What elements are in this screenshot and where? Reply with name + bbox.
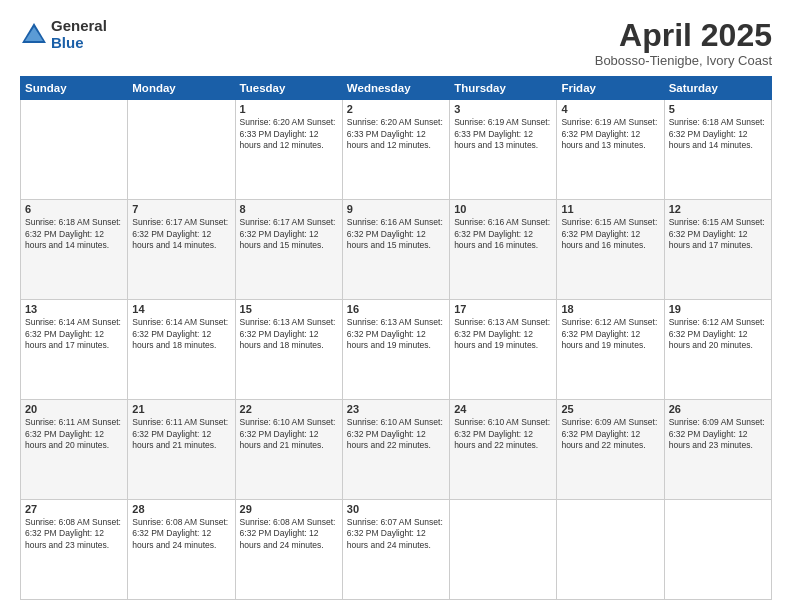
logo-general: General	[51, 18, 107, 35]
table-row: 7Sunrise: 6:17 AM Sunset: 6:32 PM Daylig…	[128, 200, 235, 300]
table-row: 27Sunrise: 6:08 AM Sunset: 6:32 PM Dayli…	[21, 500, 128, 600]
table-row: 14Sunrise: 6:14 AM Sunset: 6:32 PM Dayli…	[128, 300, 235, 400]
day-info: Sunrise: 6:17 AM Sunset: 6:32 PM Dayligh…	[132, 217, 230, 251]
table-row: 11Sunrise: 6:15 AM Sunset: 6:32 PM Dayli…	[557, 200, 664, 300]
table-row	[450, 500, 557, 600]
calendar-table: Sunday Monday Tuesday Wednesday Thursday…	[20, 76, 772, 600]
table-row: 4Sunrise: 6:19 AM Sunset: 6:32 PM Daylig…	[557, 100, 664, 200]
table-row: 10Sunrise: 6:16 AM Sunset: 6:32 PM Dayli…	[450, 200, 557, 300]
day-number: 4	[561, 103, 659, 115]
col-sunday: Sunday	[21, 77, 128, 100]
table-row: 30Sunrise: 6:07 AM Sunset: 6:32 PM Dayli…	[342, 500, 449, 600]
table-row: 23Sunrise: 6:10 AM Sunset: 6:32 PM Dayli…	[342, 400, 449, 500]
day-number: 1	[240, 103, 338, 115]
day-info: Sunrise: 6:19 AM Sunset: 6:32 PM Dayligh…	[561, 117, 659, 151]
day-number: 16	[347, 303, 445, 315]
day-number: 17	[454, 303, 552, 315]
day-number: 14	[132, 303, 230, 315]
day-info: Sunrise: 6:08 AM Sunset: 6:32 PM Dayligh…	[132, 517, 230, 551]
day-info: Sunrise: 6:15 AM Sunset: 6:32 PM Dayligh…	[561, 217, 659, 251]
day-info: Sunrise: 6:10 AM Sunset: 6:32 PM Dayligh…	[454, 417, 552, 451]
day-info: Sunrise: 6:15 AM Sunset: 6:32 PM Dayligh…	[669, 217, 767, 251]
page: General Blue April 2025 Bobosso-Tienigbe…	[0, 0, 792, 612]
day-info: Sunrise: 6:14 AM Sunset: 6:32 PM Dayligh…	[25, 317, 123, 351]
day-info: Sunrise: 6:13 AM Sunset: 6:32 PM Dayligh…	[454, 317, 552, 351]
day-info: Sunrise: 6:20 AM Sunset: 6:33 PM Dayligh…	[240, 117, 338, 151]
day-info: Sunrise: 6:13 AM Sunset: 6:32 PM Dayligh…	[347, 317, 445, 351]
day-info: Sunrise: 6:14 AM Sunset: 6:32 PM Dayligh…	[132, 317, 230, 351]
day-number: 12	[669, 203, 767, 215]
day-number: 22	[240, 403, 338, 415]
day-number: 15	[240, 303, 338, 315]
day-number: 28	[132, 503, 230, 515]
table-row: 21Sunrise: 6:11 AM Sunset: 6:32 PM Dayli…	[128, 400, 235, 500]
logo-blue: Blue	[51, 35, 107, 52]
day-number: 30	[347, 503, 445, 515]
day-number: 9	[347, 203, 445, 215]
table-row: 25Sunrise: 6:09 AM Sunset: 6:32 PM Dayli…	[557, 400, 664, 500]
day-number: 10	[454, 203, 552, 215]
col-wednesday: Wednesday	[342, 77, 449, 100]
day-number: 29	[240, 503, 338, 515]
day-info: Sunrise: 6:08 AM Sunset: 6:32 PM Dayligh…	[25, 517, 123, 551]
day-number: 11	[561, 203, 659, 215]
table-row: 6Sunrise: 6:18 AM Sunset: 6:32 PM Daylig…	[21, 200, 128, 300]
day-number: 24	[454, 403, 552, 415]
day-info: Sunrise: 6:07 AM Sunset: 6:32 PM Dayligh…	[347, 517, 445, 551]
month-title: April 2025	[595, 18, 772, 53]
day-number: 8	[240, 203, 338, 215]
day-number: 18	[561, 303, 659, 315]
day-info: Sunrise: 6:12 AM Sunset: 6:32 PM Dayligh…	[561, 317, 659, 351]
calendar-week-0: 1Sunrise: 6:20 AM Sunset: 6:33 PM Daylig…	[21, 100, 772, 200]
day-number: 7	[132, 203, 230, 215]
table-row: 22Sunrise: 6:10 AM Sunset: 6:32 PM Dayli…	[235, 400, 342, 500]
calendar-header-row: Sunday Monday Tuesday Wednesday Thursday…	[21, 77, 772, 100]
table-row	[21, 100, 128, 200]
day-info: Sunrise: 6:17 AM Sunset: 6:32 PM Dayligh…	[240, 217, 338, 251]
table-row	[664, 500, 771, 600]
day-number: 27	[25, 503, 123, 515]
col-saturday: Saturday	[664, 77, 771, 100]
day-info: Sunrise: 6:16 AM Sunset: 6:32 PM Dayligh…	[454, 217, 552, 251]
table-row: 13Sunrise: 6:14 AM Sunset: 6:32 PM Dayli…	[21, 300, 128, 400]
table-row: 12Sunrise: 6:15 AM Sunset: 6:32 PM Dayli…	[664, 200, 771, 300]
table-row: 8Sunrise: 6:17 AM Sunset: 6:32 PM Daylig…	[235, 200, 342, 300]
table-row: 29Sunrise: 6:08 AM Sunset: 6:32 PM Dayli…	[235, 500, 342, 600]
day-number: 21	[132, 403, 230, 415]
day-info: Sunrise: 6:09 AM Sunset: 6:32 PM Dayligh…	[669, 417, 767, 451]
title-block: April 2025 Bobosso-Tienigbe, Ivory Coast	[595, 18, 772, 68]
day-number: 2	[347, 103, 445, 115]
calendar-week-2: 13Sunrise: 6:14 AM Sunset: 6:32 PM Dayli…	[21, 300, 772, 400]
table-row: 26Sunrise: 6:09 AM Sunset: 6:32 PM Dayli…	[664, 400, 771, 500]
day-number: 26	[669, 403, 767, 415]
table-row: 2Sunrise: 6:20 AM Sunset: 6:33 PM Daylig…	[342, 100, 449, 200]
table-row	[128, 100, 235, 200]
day-info: Sunrise: 6:19 AM Sunset: 6:33 PM Dayligh…	[454, 117, 552, 151]
day-info: Sunrise: 6:11 AM Sunset: 6:32 PM Dayligh…	[132, 417, 230, 451]
day-info: Sunrise: 6:08 AM Sunset: 6:32 PM Dayligh…	[240, 517, 338, 551]
day-info: Sunrise: 6:13 AM Sunset: 6:32 PM Dayligh…	[240, 317, 338, 351]
table-row: 3Sunrise: 6:19 AM Sunset: 6:33 PM Daylig…	[450, 100, 557, 200]
table-row: 17Sunrise: 6:13 AM Sunset: 6:32 PM Dayli…	[450, 300, 557, 400]
day-info: Sunrise: 6:12 AM Sunset: 6:32 PM Dayligh…	[669, 317, 767, 351]
table-row: 18Sunrise: 6:12 AM Sunset: 6:32 PM Dayli…	[557, 300, 664, 400]
table-row: 15Sunrise: 6:13 AM Sunset: 6:32 PM Dayli…	[235, 300, 342, 400]
day-number: 6	[25, 203, 123, 215]
day-info: Sunrise: 6:09 AM Sunset: 6:32 PM Dayligh…	[561, 417, 659, 451]
table-row: 19Sunrise: 6:12 AM Sunset: 6:32 PM Dayli…	[664, 300, 771, 400]
table-row: 16Sunrise: 6:13 AM Sunset: 6:32 PM Dayli…	[342, 300, 449, 400]
day-number: 25	[561, 403, 659, 415]
logo: General Blue	[20, 18, 107, 51]
calendar-week-3: 20Sunrise: 6:11 AM Sunset: 6:32 PM Dayli…	[21, 400, 772, 500]
day-info: Sunrise: 6:16 AM Sunset: 6:32 PM Dayligh…	[347, 217, 445, 251]
day-number: 23	[347, 403, 445, 415]
table-row: 5Sunrise: 6:18 AM Sunset: 6:32 PM Daylig…	[664, 100, 771, 200]
col-thursday: Thursday	[450, 77, 557, 100]
col-friday: Friday	[557, 77, 664, 100]
logo-text: General Blue	[51, 18, 107, 51]
day-number: 3	[454, 103, 552, 115]
day-number: 19	[669, 303, 767, 315]
table-row: 24Sunrise: 6:10 AM Sunset: 6:32 PM Dayli…	[450, 400, 557, 500]
day-info: Sunrise: 6:10 AM Sunset: 6:32 PM Dayligh…	[240, 417, 338, 451]
calendar-week-4: 27Sunrise: 6:08 AM Sunset: 6:32 PM Dayli…	[21, 500, 772, 600]
